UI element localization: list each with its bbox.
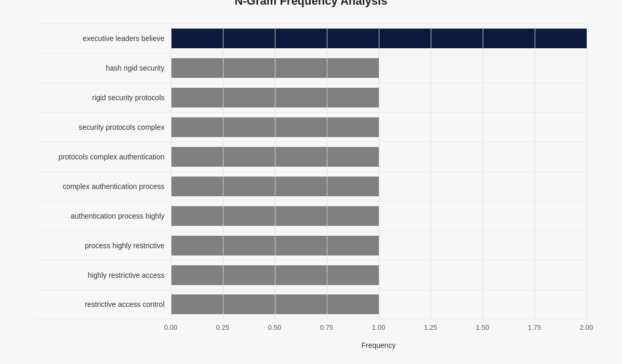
bar-row: process highly restrictive [36, 231, 587, 260]
bar-track [171, 142, 587, 171]
bar-row: complex authentication process [36, 171, 587, 201]
bar-track [171, 201, 587, 231]
bar-track [171, 53, 587, 83]
bar-track [171, 113, 587, 142]
x-tick: 1.25 [424, 323, 437, 331]
bar-label: executive leaders believe [36, 34, 171, 43]
bar-row: hash rigid security [36, 53, 587, 83]
bar-row: protocols complex authentication [36, 142, 587, 171]
bar-fill [171, 58, 379, 78]
bar-fill [171, 294, 379, 314]
bar-row: highly restrictive access [36, 260, 587, 290]
bar-label: authentication process highly [36, 212, 171, 220]
bar-label: security protocols complex [36, 123, 171, 131]
chart-area: executive leaders believehash rigid secu… [36, 23, 587, 319]
bar-label: highly restrictive access [36, 271, 171, 279]
bar-fill [171, 177, 379, 196]
x-tick: 0.50 [268, 323, 281, 331]
bar-row: authentication process highly [36, 201, 587, 231]
chart-container: N-Gram Frequency Analysis executive lead… [25, 0, 597, 364]
x-tick: 0.25 [216, 323, 229, 331]
bar-label: process highly restrictive [36, 241, 171, 250]
chart-title: N-Gram Frequency Analysis [36, 0, 587, 8]
bar-fill [171, 265, 379, 285]
x-tick: 2.00 [580, 323, 593, 331]
x-tick: 1.00 [372, 323, 385, 331]
bar-fill [171, 29, 587, 48]
bar-track [171, 83, 587, 112]
bar-row: rigid security protocols [36, 83, 587, 112]
x-tick: 0.75 [320, 323, 333, 331]
bar-label: complex authentication process [36, 182, 171, 191]
bar-track [171, 290, 587, 319]
bar-row: restrictive access control [36, 290, 587, 319]
bar-track [171, 24, 587, 53]
bar-fill [171, 206, 379, 226]
bar-row: security protocols complex [36, 112, 587, 142]
bar-label: protocols complex authentication [36, 153, 171, 161]
bar-fill [171, 88, 379, 107]
bar-label: restrictive access control [36, 300, 171, 308]
x-tick: 0.00 [164, 323, 177, 331]
bar-track [171, 261, 587, 290]
bar-label: hash rigid security [36, 64, 171, 72]
bar-track [171, 172, 587, 201]
bar-row: executive leaders believe [36, 23, 587, 53]
bar-fill [171, 117, 379, 137]
x-tick: 1.75 [528, 323, 541, 331]
bar-fill [171, 236, 379, 255]
x-axis-label: Frequency [36, 341, 587, 349]
bar-label: rigid security protocols [36, 93, 171, 102]
x-axis: 0.000.250.500.751.001.251.501.752.00 [36, 323, 587, 339]
bar-track [171, 231, 587, 260]
bar-fill [171, 147, 379, 167]
x-tick: 1.50 [476, 323, 489, 331]
